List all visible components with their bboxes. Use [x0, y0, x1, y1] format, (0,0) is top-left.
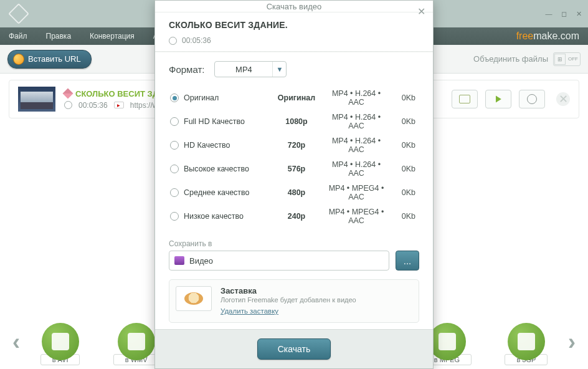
splash-panel: Заставка Логотип Freemake будет добавлен… [169, 279, 419, 323]
format-label: Формат: [169, 64, 204, 75]
dialog-duration: 00:05:36 [182, 36, 211, 45]
quality-resolution: 240p [268, 204, 325, 228]
quality-radio[interactable] [170, 212, 179, 221]
quality-codec: MP4 • MPEG4 • AAC [325, 204, 388, 228]
quality-codec: MP4 • H.264 • AAC [325, 110, 388, 133]
quality-radio[interactable] [170, 93, 179, 102]
save-path-value: Видео [189, 256, 213, 266]
remove-splash-link[interactable]: Удалить заставку [220, 307, 278, 315]
quality-name: Full HD Качество [184, 117, 245, 126]
quality-name: HD Качество [184, 141, 230, 150]
clock-icon [169, 37, 177, 45]
dialog-title: Скачать видео [267, 2, 322, 11]
quality-codec: MP4 • H.264 • AAC [325, 86, 388, 110]
quality-size: 0Kb [388, 157, 419, 181]
quality-name: Оригинал [184, 93, 219, 102]
quality-resolution: 576p [268, 157, 325, 181]
quality-name: Высокое качество [184, 165, 249, 173]
download-button[interactable]: Скачать [257, 338, 331, 360]
quality-name: Низкое качество [184, 212, 244, 221]
quality-row[interactable]: ОригиналОригиналMP4 • H.264 • AAC0Kb [169, 86, 419, 110]
quality-table: ОригиналОригиналMP4 • H.264 • AAC0KbFull… [169, 86, 419, 228]
dialog-heading: СКОЛЬКО ВЕСИТ ЗДАНИЕ. [169, 20, 419, 30]
quality-size: 0Kb [388, 110, 419, 133]
quality-resolution: Оригинал [268, 86, 325, 110]
save-path-field[interactable]: Видео [169, 251, 389, 271]
quality-resolution: 1080p [268, 110, 325, 133]
chevron-down-icon: ▼ [272, 62, 286, 77]
freemake-logo-icon [184, 292, 203, 305]
quality-row[interactable]: Full HD Качество1080pMP4 • H.264 • AAC0K… [169, 110, 419, 133]
quality-resolution: 480p [268, 181, 325, 204]
quality-radio[interactable] [170, 165, 179, 173]
splash-desc: Логотип Freemake будет добавлен к видео [220, 296, 356, 304]
folder-icon [174, 256, 184, 265]
quality-radio[interactable] [170, 141, 179, 150]
splash-preview [176, 286, 212, 311]
quality-codec: MP4 • H.264 • AAC [325, 157, 388, 181]
quality-radio[interactable] [170, 117, 179, 126]
quality-size: 0Kb [388, 86, 419, 110]
format-select[interactable]: MP4 ▼ [214, 61, 287, 77]
quality-codec: MP4 • MPEG4 • AAC [325, 181, 388, 204]
format-value: MP4 [215, 65, 272, 74]
download-dialog: Скачать видео ✕ СКОЛЬКО ВЕСИТ ЗДАНИЕ. 00… [154, 0, 434, 369]
quality-radio[interactable] [170, 188, 179, 197]
save-to-label: Сохранить в [169, 239, 419, 248]
quality-row[interactable]: Среднее качество480pMP4 • MPEG4 • AAC0Kb [169, 181, 419, 204]
quality-size: 0Kb [388, 181, 419, 204]
quality-row[interactable]: Низкое качество240pMP4 • MPEG4 • AAC0Kb [169, 204, 419, 228]
quality-size: 0Kb [388, 133, 419, 157]
quality-resolution: 720p [268, 133, 325, 157]
browse-button[interactable]: ... [396, 251, 419, 271]
splash-title: Заставка [220, 286, 356, 295]
quality-codec: MP4 • H.264 • AAC [325, 133, 388, 157]
quality-row[interactable]: HD Качество720pMP4 • H.264 • AAC0Kb [169, 133, 419, 157]
quality-row[interactable]: Высокое качество576pMP4 • H.264 • AAC0Kb [169, 157, 419, 181]
dialog-close-button[interactable]: ✕ [417, 6, 425, 17]
dialog-titlebar: Скачать видео ✕ [155, 1, 433, 12]
quality-name: Среднее качество [184, 188, 250, 197]
quality-size: 0Kb [388, 204, 419, 228]
dialog-overlay: Скачать видео ✕ СКОЛЬКО ВЕСИТ ЗДАНИЕ. 00… [0, 0, 588, 369]
